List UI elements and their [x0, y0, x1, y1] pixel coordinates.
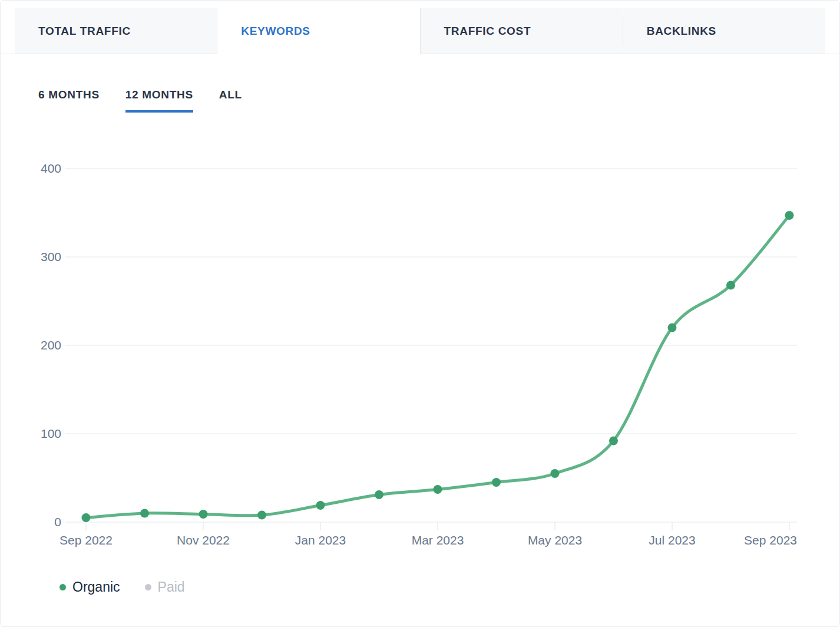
svg-text:Sep 2023: Sep 2023 — [744, 533, 797, 547]
metric-tabs: TOTAL TRAFFIC KEYWORDS TRAFFIC COST BACK… — [1, 1, 839, 54]
period-6-months[interactable]: 6 MONTHS — [38, 88, 100, 113]
svg-text:Mar 2023: Mar 2023 — [412, 533, 464, 547]
legend-item-organic[interactable]: Organic — [59, 579, 120, 595]
svg-text:Sep 2022: Sep 2022 — [59, 533, 113, 547]
svg-text:May 2023: May 2023 — [528, 533, 582, 547]
svg-text:100: 100 — [41, 427, 61, 440]
legend-item-paid[interactable]: Paid — [145, 579, 185, 595]
svg-text:400: 400 — [41, 161, 61, 175]
tab-keywords[interactable]: KEYWORDS — [217, 8, 420, 54]
period-selector: 6 MONTHS 12 MONTHS ALL — [1, 54, 839, 113]
legend-label-paid: Paid — [158, 579, 185, 595]
tab-backlinks[interactable]: BACKLINKS — [623, 8, 825, 54]
tab-traffic-cost[interactable]: TRAFFIC COST — [421, 8, 623, 54]
line-chart-canvas: 0100200300400Sep 2022Nov 2022Jan 2023Mar… — [1, 143, 840, 559]
legend-label-organic: Organic — [72, 579, 120, 595]
svg-text:Jan 2023: Jan 2023 — [295, 533, 346, 547]
period-12-months[interactable]: 12 MONTHS — [125, 88, 193, 113]
organic-series-dot — [59, 584, 66, 590]
svg-text:Jul 2023: Jul 2023 — [649, 533, 695, 547]
traffic-analytics-panel: TOTAL TRAFFIC KEYWORDS TRAFFIC COST BACK… — [0, 0, 840, 627]
paid-series-dot — [145, 584, 151, 590]
tab-total-traffic[interactable]: TOTAL TRAFFIC — [15, 8, 217, 54]
svg-text:300: 300 — [41, 250, 61, 263]
svg-text:0: 0 — [54, 515, 61, 529]
svg-text:200: 200 — [41, 338, 61, 352]
svg-text:Nov 2022: Nov 2022 — [177, 533, 230, 547]
keywords-trend-chart: 0100200300400Sep 2022Nov 2022Jan 2023Mar… — [1, 143, 839, 562]
chart-legend: Organic Paid — [1, 579, 839, 595]
period-all[interactable]: ALL — [219, 88, 242, 113]
